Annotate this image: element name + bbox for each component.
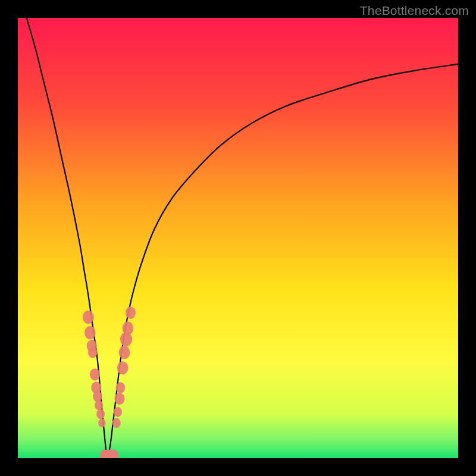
data-marker xyxy=(117,361,129,374)
data-marker xyxy=(84,326,96,339)
data-marker xyxy=(88,347,98,358)
right-branch-curve xyxy=(108,64,458,458)
data-marker xyxy=(93,391,102,402)
data-marker xyxy=(98,418,105,427)
data-marker xyxy=(112,418,121,428)
data-marker xyxy=(114,407,122,417)
chart-frame: TheBottleneck.com xyxy=(0,0,476,476)
data-marker xyxy=(126,307,136,319)
data-marker xyxy=(95,400,103,411)
data-markers xyxy=(83,307,136,458)
curve-layer xyxy=(18,18,458,458)
data-marker xyxy=(114,393,124,405)
data-marker xyxy=(119,346,130,359)
data-marker xyxy=(123,322,134,335)
data-marker xyxy=(96,409,105,419)
plot-area xyxy=(18,18,458,458)
watermark-label: TheBottleneck.com xyxy=(360,4,469,18)
data-marker xyxy=(83,311,94,324)
data-marker xyxy=(116,382,126,393)
data-marker xyxy=(90,368,100,380)
